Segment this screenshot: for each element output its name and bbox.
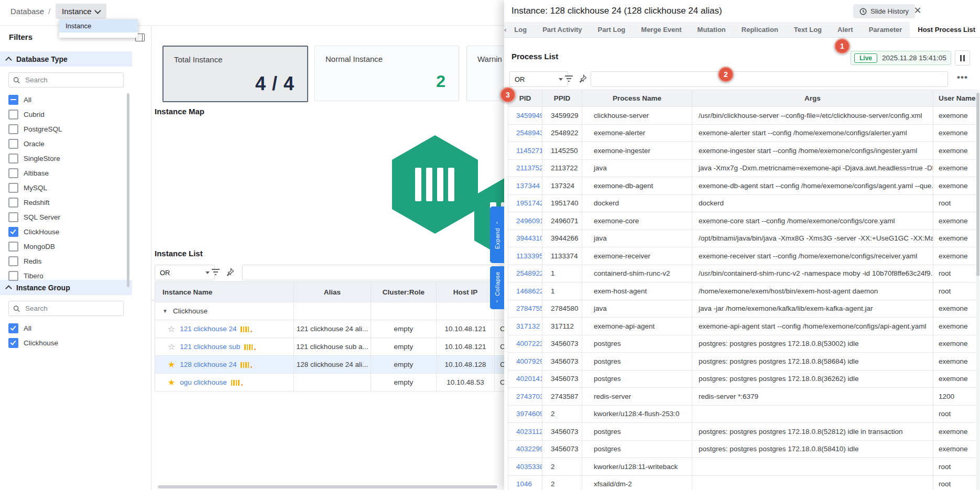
column-header[interactable]: Alias: [294, 282, 371, 302]
process-row[interactable]: 40353382kworker/u128:11-writebackroot: [508, 458, 977, 476]
slide-history-button[interactable]: Slide History: [853, 4, 915, 18]
tab-part-activity[interactable]: Part Activity: [535, 22, 590, 37]
tab-replication[interactable]: Replication: [734, 22, 786, 37]
tab-alert[interactable]: Alert: [830, 22, 861, 37]
process-row[interactable]: 39443103944266java/opt/bitnami/java/bin/…: [508, 230, 977, 248]
checkbox-unchecked[interactable]: [8, 139, 18, 149]
filter-icon[interactable]: [210, 267, 221, 277]
instance-list-horizontal-scrollbar[interactable]: [158, 485, 497, 488]
filter-icon[interactable]: [563, 73, 574, 84]
filter-checkbox-item[interactable]: MongoDB: [0, 239, 132, 254]
breadcrumb-database[interactable]: Database: [10, 7, 44, 16]
process-row[interactable]: 24960912496071exemone-coreexemone-core s…: [508, 212, 977, 230]
checkbox-indeterminate[interactable]: [8, 95, 18, 105]
pid-link[interactable]: 4007223: [516, 340, 542, 347]
process-row[interactable]: 27847552784580javajava -jar /home/exemon…: [508, 300, 977, 318]
checkbox-unchecked[interactable]: [8, 154, 18, 164]
tab-mutation[interactable]: Mutation: [690, 22, 734, 37]
filter-checkbox-item[interactable]: All: [0, 92, 132, 107]
filter-section-header[interactable]: Database Type: [0, 51, 132, 67]
instance-list-operator-dropdown[interactable]: OR: [155, 265, 215, 280]
pid-link[interactable]: 317132: [516, 322, 540, 330]
process-row[interactable]: 21137522113722javajava -Xmx7g -Dxm.metri…: [508, 160, 977, 178]
collapse-button[interactable]: Collapse ›: [490, 266, 504, 309]
filter-checkbox-item[interactable]: All: [0, 321, 132, 335]
breadcrumb-current-dropdown[interactable]: Instance: [56, 4, 106, 19]
pid-link[interactable]: 3459949: [516, 112, 542, 119]
process-list-operator-dropdown[interactable]: OR: [509, 71, 568, 87]
pid-link[interactable]: 3974609: [516, 410, 542, 418]
process-row[interactable]: 25489432548922exemone-alerterexemone-ale…: [508, 125, 977, 143]
tab-parameter[interactable]: Parameter: [861, 22, 910, 37]
process-row[interactable]: 10462xfsaild/dm-2root: [508, 476, 977, 490]
more-options-icon[interactable]: [957, 72, 968, 83]
filter-checkbox-item[interactable]: Redis: [0, 254, 132, 268]
pid-link[interactable]: 1951742: [516, 199, 542, 207]
process-row[interactable]: 25489221containerd-shim-runc-v2/usr/bin/…: [508, 265, 977, 283]
column-header[interactable]: Host IP: [437, 282, 495, 302]
filter-checkbox-item[interactable]: PostgreSQL: [0, 122, 132, 136]
tab-merge-event[interactable]: Merge Event: [633, 22, 689, 37]
pid-link[interactable]: 3944310: [516, 234, 542, 242]
instance-row[interactable]: ☆121 clickhouse sub121 clickhouse sub a.…: [155, 338, 505, 356]
tab-log[interactable]: Log: [506, 22, 535, 37]
expand-button[interactable]: ‹ Expand: [490, 206, 504, 263]
instance-name-link[interactable]: ogu clickhouse: [180, 378, 226, 386]
process-row[interactable]: 40201413456073postgrespostgres: postgres…: [508, 371, 977, 388]
pin-icon[interactable]: [578, 73, 588, 84]
column-header[interactable]: PPID: [542, 90, 582, 106]
search-input[interactable]: [24, 75, 119, 84]
process-row[interactable]: 40079293456073postgrespostgres: postgres…: [508, 353, 977, 371]
process-row[interactable]: 137344137324exemone-db-agentexemone-db-a…: [508, 177, 977, 195]
star-outline-icon[interactable]: ☆: [168, 342, 175, 352]
checkbox-unchecked[interactable]: [8, 110, 18, 119]
process-row[interactable]: 40322993456073postgrespostgres: postgres…: [508, 441, 977, 459]
filter-checkbox-item[interactable]: ClickHouse: [0, 224, 132, 239]
process-row[interactable]: 34599493459929clickhouse-server/usr/bin/…: [508, 107, 977, 125]
instance-row[interactable]: ★128 clickhouse 24128 clickhouse 24 ali.…: [155, 356, 505, 374]
column-header[interactable]: Instance Name: [155, 282, 294, 302]
filter-checkbox-item[interactable]: Clickhouse: [0, 335, 132, 350]
pid-link[interactable]: 4035338: [516, 463, 542, 471]
filter-checkbox-item[interactable]: Oracle: [0, 136, 132, 151]
star-outline-icon[interactable]: ☆: [168, 324, 175, 334]
filter-checkbox-item[interactable]: Cubrid: [0, 107, 132, 122]
search-input[interactable]: [24, 304, 119, 313]
process-row[interactable]: 14686221exem-host-agent/home/exemone/exe…: [508, 282, 977, 300]
instance-group-row[interactable]: ▼Clickhouse: [155, 302, 505, 320]
instance-name-link[interactable]: 121 clickhouse sub: [180, 343, 240, 351]
instance-name-link[interactable]: 128 clickhouse 24: [180, 361, 236, 368]
pin-icon[interactable]: [225, 267, 235, 277]
checkbox-unchecked[interactable]: [8, 198, 18, 208]
column-header[interactable]: Cluster:Role: [371, 282, 437, 302]
process-row[interactable]: 27437032743587redis-serverredis-server *…: [508, 388, 977, 406]
process-row[interactable]: 11333951133374exemone-receiverexemone-re…: [508, 247, 977, 265]
pid-link[interactable]: 2113752: [516, 164, 542, 172]
process-list-filter-input[interactable]: [591, 71, 948, 87]
breadcrumb-menu-item-instance[interactable]: Instance: [59, 19, 138, 32]
column-header[interactable]: User Name: [933, 90, 977, 106]
checkbox-checked[interactable]: [8, 338, 18, 348]
column-header[interactable]: Args: [692, 90, 933, 106]
process-row[interactable]: 39746092kworker/u128:4-flush-253:0root: [508, 406, 977, 423]
checkbox-checked[interactable]: [8, 227, 18, 237]
process-row[interactable]: 40072233456073postgrespostgres: postgres…: [508, 335, 977, 353]
instance-name-link[interactable]: 121 clickhouse 24: [180, 325, 236, 333]
checkbox-unchecked[interactable]: [8, 242, 18, 252]
pid-link[interactable]: 2496091: [516, 217, 542, 225]
pid-link[interactable]: 137344: [516, 182, 540, 190]
close-icon[interactable]: ✕: [911, 4, 924, 17]
filter-checkbox-item[interactable]: MySQL: [0, 180, 132, 195]
pause-button[interactable]: [955, 50, 970, 66]
triangle-down-icon[interactable]: ▼: [162, 308, 168, 314]
pid-link[interactable]: 4032299: [516, 445, 542, 453]
sidebar-scrollbar[interactable]: [127, 93, 129, 287]
process-row[interactable]: 19517421951740dockerddockerdroot: [508, 195, 977, 213]
pid-link[interactable]: 1133395: [516, 252, 542, 260]
filter-checkbox-item[interactable]: Redshift: [0, 195, 132, 210]
filter-section-header[interactable]: Instance Group: [0, 280, 132, 295]
process-table-scrollbar[interactable]: [976, 90, 979, 490]
filter-checkbox-item[interactable]: Altibase: [0, 166, 132, 180]
checkbox-checked[interactable]: [8, 323, 18, 333]
pid-link[interactable]: 1145271: [516, 147, 542, 155]
